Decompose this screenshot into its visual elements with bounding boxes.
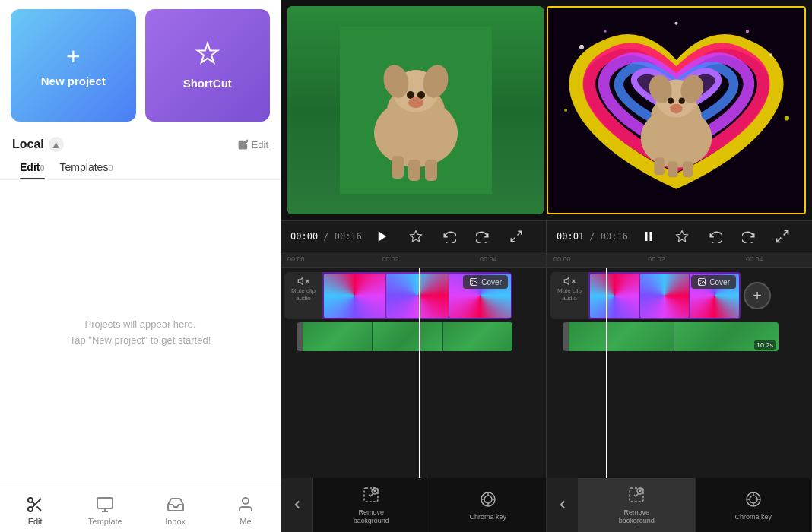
tab-templates[interactable]: Templates0	[52, 155, 121, 179]
svg-rect-38	[668, 162, 678, 178]
ruler-mark-r1: 00:02	[648, 255, 665, 263]
sub-track-right: 10.2s	[563, 322, 779, 351]
pause-icon-right	[642, 230, 655, 243]
green-clip-right[interactable]: 10.2s	[569, 322, 779, 351]
remove-bg-label-left: Removebackground	[354, 508, 389, 526]
heart-thumb-2	[386, 274, 448, 318]
expand-arrow-icon[interactable]: ▲	[49, 137, 64, 152]
hearts-clip-right[interactable]: Cover	[588, 272, 741, 319]
svg-rect-45	[649, 232, 652, 241]
green-thumb-3-left	[443, 322, 512, 351]
svg-marker-41	[410, 231, 421, 242]
timeline-panel-right: 00:00 00:02 00:04	[546, 252, 812, 478]
svg-line-48	[776, 238, 781, 242]
hearts-clip-left[interactable]: Cover	[322, 272, 512, 319]
nav-item-template[interactable]: Template	[70, 492, 140, 529]
mute-clip-audio-btn-right[interactable]: Mute clipaudio	[557, 275, 582, 302]
empty-state-text: Projects will appear here.Tap "New proje…	[70, 317, 211, 349]
cover-btn-right[interactable]: Cover	[691, 275, 736, 289]
undo-button-left[interactable]	[439, 226, 460, 247]
preview-processed-inner	[548, 8, 804, 213]
crop-button-left[interactable]	[506, 226, 527, 247]
volume-icon-left	[297, 275, 309, 287]
svg-rect-37	[654, 157, 665, 175]
ruler-mark-0: 00:00	[287, 255, 305, 263]
trim-handle-right[interactable]	[563, 322, 569, 351]
right-panel: 00:00 / 00:16	[281, 0, 812, 532]
back-btn-right[interactable]	[547, 478, 579, 532]
svg-point-26	[674, 22, 677, 25]
cover-label-right: Cover	[709, 278, 730, 287]
play-button-left[interactable]	[372, 226, 393, 247]
svg-line-3	[37, 506, 42, 511]
remove-bg-icon-left	[362, 486, 380, 504]
svg-marker-46	[676, 231, 687, 242]
redo-button-left[interactable]	[472, 226, 493, 247]
green-clip-left[interactable]	[303, 322, 512, 351]
nav-item-me[interactable]: Me	[211, 492, 281, 529]
clip-controls-right-main: Mute clipaudio	[550, 272, 588, 319]
toolbar-half-left: Removebackground Chroma key	[281, 478, 547, 532]
fullscreen-button-right[interactable]	[772, 226, 793, 247]
remove-bg-tool-right[interactable]: Removebackground	[579, 478, 696, 532]
svg-point-28	[746, 30, 749, 33]
local-header: Local ▲ Edit	[0, 131, 281, 155]
new-project-label: New project	[41, 74, 106, 87]
svg-point-8	[243, 498, 249, 504]
shortcut-card[interactable]: ShortCut	[145, 9, 271, 122]
tab-edit[interactable]: Edit0	[12, 155, 52, 179]
ruler-mark-1: 00:02	[382, 255, 399, 263]
shortcut-label: ShortCut	[183, 77, 232, 90]
svg-point-25	[785, 116, 789, 120]
remove-bg-tool-left[interactable]: Removebackground	[313, 478, 430, 532]
nav-item-inbox[interactable]: Inbox	[141, 492, 211, 529]
green-thumb-1-left	[303, 322, 372, 351]
nav-item-edit[interactable]: Edit	[0, 492, 70, 529]
auto-cut-button-right[interactable]	[671, 226, 693, 247]
tab-templates-count: 0	[108, 163, 113, 173]
svg-line-47	[784, 231, 788, 236]
heart-thumb-1	[324, 274, 385, 318]
pause-button-right[interactable]	[638, 226, 659, 247]
cover-btn-left[interactable]: Cover	[463, 275, 508, 289]
mute-clip-audio-btn-left[interactable]: Mute clipaudio	[291, 275, 316, 302]
back-btn-left[interactable]	[281, 478, 313, 532]
new-project-card[interactable]: + New project	[11, 9, 136, 122]
pencil-icon	[238, 139, 249, 150]
green-thumb-1-right	[569, 322, 674, 351]
svg-rect-18	[392, 156, 404, 179]
redo-button-right[interactable]	[738, 226, 760, 247]
fullscreen-icon-right	[775, 229, 790, 244]
tab-edit-label: Edit	[20, 161, 40, 173]
local-title: Local	[12, 138, 44, 151]
chroma-key-tool-right[interactable]: Chroma key	[696, 478, 813, 532]
nav-me-label: Me	[239, 517, 251, 526]
chroma-key-label-right: Chroma key	[734, 513, 772, 521]
svg-marker-54	[564, 277, 569, 284]
chroma-key-tool-left[interactable]: Chroma key	[430, 478, 547, 532]
edit-button[interactable]: Edit	[238, 139, 268, 150]
clip-controls-left-main: Mute clipaudio	[284, 272, 322, 319]
bottom-toolbar: Removebackground Chroma key	[281, 478, 812, 532]
svg-point-53	[472, 280, 474, 282]
project-cards: + New project ShortCut	[0, 0, 281, 131]
bottom-nav: Edit Template Inbox Me	[0, 486, 281, 532]
chevron-left-icon-right	[556, 498, 569, 511]
ruler-mark-r0: 00:00	[553, 255, 571, 263]
svg-point-24	[564, 109, 567, 112]
redo-icon-right	[742, 230, 756, 243]
ruler-mark-r2: 00:04	[746, 255, 763, 263]
nav-template-label: Template	[88, 517, 122, 526]
undo-button-right[interactable]	[705, 226, 726, 247]
svg-point-17	[408, 97, 423, 108]
svg-point-34	[668, 97, 674, 103]
add-clip-button[interactable]: +	[744, 282, 771, 309]
undo-icon-right	[709, 230, 722, 243]
user-icon	[236, 496, 255, 514]
remove-bg-label-right: Removebackground	[619, 508, 655, 526]
clip-duration-badge: 10.2s	[754, 340, 776, 350]
auto-cut-button-left[interactable]	[405, 226, 427, 247]
left-panel: + New project ShortCut Local ▲ Edit	[0, 0, 281, 532]
trim-handle-left[interactable]	[297, 322, 303, 351]
ruler-mark-2: 00:04	[480, 255, 497, 263]
